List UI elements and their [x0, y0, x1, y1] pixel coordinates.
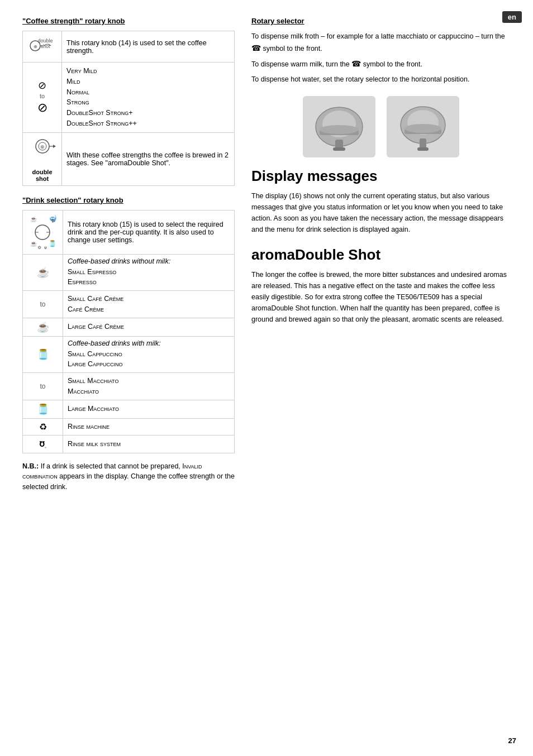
large-cafe-icon: ☕ [23, 318, 63, 336]
milk-icon: 🫙 [23, 336, 63, 373]
frother-left [303, 96, 375, 157]
nb-text: If a drink is selected that cannot be pr… [22, 462, 235, 491]
display-section: Display messages The display (16) shows … [251, 168, 511, 235]
frother-right [387, 96, 459, 157]
rinse-machine: Rinse machine [68, 422, 230, 432]
drink-selection-title: "Drink selection" rotary knob [22, 196, 235, 204]
svg-rect-27 [420, 138, 426, 149]
rotary-title: Rotary selector [251, 17, 511, 25]
rotary-section: Rotary selector To dispense milk froth –… [251, 17, 511, 85]
rinse-icon: ♻ [23, 418, 63, 435]
milk-list: Small CappuccinoLarge Cappuccino [68, 349, 230, 370]
rinse-milk: Rinse milk system [68, 439, 230, 449]
svg-text:🫙: 🫙 [49, 240, 56, 247]
milk-drinks: Coffee-based drinks with milk: Small Cap… [63, 336, 235, 373]
table-row-large-cafe: ☕ Large Café Crème [23, 318, 235, 336]
aroma-p: The longer the coffee is brewed, the mor… [251, 269, 511, 325]
table-row-no-milk-header: ☕ Coffee-based drinks without milk: Smal… [23, 254, 235, 291]
svg-text:⊕: ⊕ [33, 44, 37, 49]
table-row-large-macchiato: 🫙 Large Macchiato [23, 400, 235, 418]
double-shot-icon-cell: ⊕ doubleshot [23, 132, 62, 185]
page: en "Coffee strength" rotary knob ⊕ doubl… [0, 0, 533, 756]
macchiato-to: to [23, 373, 63, 400]
frother-right-svg [392, 102, 454, 152]
rotary-p1: To dispense milk froth – for example for… [251, 31, 511, 54]
table-row-cafe: to Small Café CrèmeCafé Crème [23, 291, 235, 318]
display-title: Display messages [251, 168, 511, 185]
cafe-list: Small Café CrèmeCafé Crème [63, 291, 235, 318]
double-shot-svg: ⊕ [28, 136, 56, 167]
rotary-p3: To dispense hot water, set the rotary se… [251, 74, 511, 85]
svg-text:ʊ: ʊ [44, 245, 47, 250]
svg-rect-28 [417, 147, 429, 151]
svg-point-20 [320, 125, 359, 134]
large-cafe-name: Large Café Crème [63, 318, 235, 336]
knob-icon: ⊕ double shot [28, 35, 56, 57]
right-column: Rotary selector To dispense milk froth –… [251, 17, 511, 492]
macchiato-names: Small MacchiatoMacchiato [68, 376, 230, 397]
svg-rect-22 [333, 147, 345, 151]
rinse-label: Rinse machine [63, 418, 235, 435]
frother-images [251, 96, 511, 157]
svg-text:⚙: ⚙ [37, 245, 41, 250]
no-milk-header: Coffee-based drinks without milk: [68, 257, 230, 265]
svg-text:☕: ☕ [30, 240, 37, 247]
drink-knob-svg: ☕ 🤿 ☕ 🫙 ⚙ ʊ [27, 213, 58, 250]
milk-header: Coffee-based drinks with milk: [68, 339, 230, 347]
no-milk-drinks: Coffee-based drinks without milk: Small … [63, 254, 235, 291]
no-milk-icon: ☕ [23, 254, 63, 291]
table-row-rinse-milk: ʊ◦ Rinse milk system [23, 435, 235, 453]
large-macchiato-icon: 🫙 [23, 400, 63, 418]
nb-label: N.B.: [22, 462, 39, 470]
svg-text:☕: ☕ [30, 216, 37, 223]
large-macchiato-name: Large Macchiato [63, 400, 235, 418]
svg-marker-9 [53, 145, 56, 148]
table-row-knob: ☕ 🤿 ☕ 🫙 ⚙ ʊ [23, 210, 235, 254]
rinse-milk-icon: ʊ◦ [23, 435, 63, 453]
display-p: The display (16) shows not only the curr… [251, 190, 511, 235]
strength-icons-range: ⊘ to ⊘ [23, 63, 62, 133]
left-column: "Coffee strength" rotary knob ⊕ double s… [22, 17, 235, 492]
nb-note: N.B.: If a drink is selected that cannot… [22, 461, 235, 492]
cafe-to: to [23, 291, 63, 318]
strength-list-cell: Very MildMildNormalStrongDoubleShot Stro… [62, 63, 235, 133]
svg-rect-21 [335, 140, 343, 149]
rinse-milk-label: Rinse milk system [63, 435, 235, 453]
large-macchiato: Large Macchiato [68, 404, 230, 414]
lang-badge: en [502, 11, 522, 23]
table-row-milk-header: 🫙 Coffee-based drinks with milk: Small C… [23, 336, 235, 373]
svg-point-26 [404, 124, 441, 133]
strength-table: ⊕ double shot This rotary knob (14) is u… [22, 31, 235, 186]
table-row-strengths: ⊘ to ⊘ Very MildMildNormalStrongDoubleSh… [23, 63, 235, 133]
rotary-p2: To dispense warm milk, turn the ☎ symbol… [251, 58, 511, 70]
table-row-macchiato: to Small MacchiatoMacchiato [23, 373, 235, 400]
coffee-strength-title: "Coffee strength" rotary knob [22, 17, 235, 25]
table-row-rinse: ♻ Rinse machine [23, 418, 235, 435]
svg-text:🤿: 🤿 [49, 214, 57, 223]
large-cafe: Large Café Crème [68, 322, 230, 332]
drink-selection-desc: This rotary knob (15) is used to select … [63, 210, 235, 254]
table-row: ⊕ double shot This rotary knob (14) is u… [23, 31, 235, 63]
strength-icon-top: ⊕ double shot [23, 31, 62, 63]
cafe-names: Small Café CrèmeCafé Crème [68, 294, 230, 315]
strength-list: Very MildMildNormalStrongDoubleShot Stro… [66, 66, 230, 129]
svg-text:double: double [37, 38, 53, 44]
strength-desc: This rotary knob (14) is used to set the… [62, 31, 235, 63]
drink-table: ☕ 🤿 ☕ 🫙 ⚙ ʊ [22, 210, 235, 453]
drink-knob-icon: ☕ 🤿 ☕ 🫙 ⚙ ʊ [23, 210, 63, 254]
aroma-section: aromaDouble Shot The longer the coffee i… [251, 246, 511, 325]
table-row-double: ⊕ doubleshot With these coffee strengths… [23, 132, 235, 185]
macchiato-list: Small MacchiatoMacchiato [63, 373, 235, 400]
double-shot-desc: With these coffee strengths the coffee i… [62, 132, 235, 185]
no-milk-list: Small EspressoEspresso [68, 267, 230, 288]
frother-left-svg [308, 102, 370, 152]
svg-text:⊕: ⊕ [40, 144, 45, 150]
page-number: 27 [508, 736, 516, 745]
aroma-title: aromaDouble Shot [251, 246, 511, 264]
